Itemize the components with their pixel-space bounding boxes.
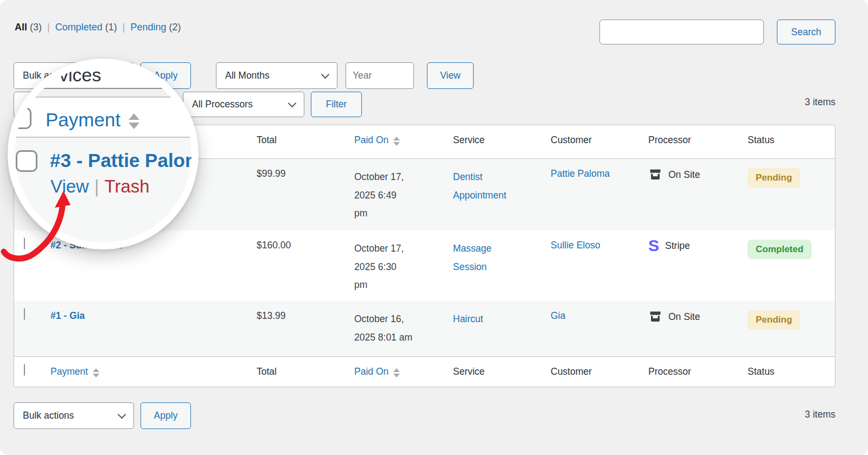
- magnified-trash-action[interactable]: Trash: [105, 176, 150, 196]
- service-line: Session: [453, 258, 538, 277]
- paid-on-line: October 17,: [354, 168, 440, 187]
- view-filter-pending-label[interactable]: Pending: [130, 22, 166, 33]
- service-link[interactable]: Massage Session: [453, 240, 538, 276]
- bulk-actions-select-bottom-label: Bulk actions: [23, 410, 74, 421]
- stripe-icon: S: [648, 240, 659, 252]
- total-cell: $160.00: [250, 230, 348, 301]
- column-footer-paid-on[interactable]: Paid On: [348, 357, 446, 388]
- column-header-customer: Customer: [544, 125, 642, 158]
- status-badge: Completed: [748, 240, 812, 259]
- filter-button[interactable]: Filter: [311, 92, 362, 117]
- column-footer-processor: Processor: [642, 357, 741, 388]
- column-footer-status: Status: [741, 357, 835, 388]
- sort-arrows-icon: [129, 113, 139, 129]
- search-button[interactable]: Search: [777, 20, 835, 44]
- view-filter-pending-count: (2): [169, 22, 181, 33]
- column-header-paid-on[interactable]: Paid On: [348, 125, 446, 158]
- processor-cell: On Site: [648, 310, 735, 323]
- view-filter-all-count: (3): [30, 22, 42, 33]
- service-link[interactable]: Haircut: [453, 310, 538, 329]
- magnified-view-action[interactable]: View: [50, 176, 89, 196]
- service-line: Dentist: [453, 168, 538, 187]
- total-cell: $13.99: [250, 301, 348, 356]
- processors-filter-select[interactable]: All Processors: [183, 92, 304, 117]
- column-header-status: Status: [741, 125, 835, 158]
- column-footer-payment[interactable]: Payment: [44, 357, 250, 388]
- year-filter-input[interactable]: [346, 62, 414, 89]
- search-input[interactable]: [599, 20, 764, 44]
- view-filter-completed-label[interactable]: Completed: [55, 22, 103, 33]
- paid-on-cell: October 17, 2025 6:30 pm: [348, 230, 446, 301]
- months-filter-select-label: All Months: [225, 70, 270, 81]
- processor-cell: S Stripe: [648, 240, 735, 252]
- store-icon: [648, 168, 662, 181]
- customer-link[interactable]: Sullie Eloso: [551, 240, 600, 251]
- column-header-processor: Processor: [642, 125, 741, 158]
- status-view-filters: All (3) | Completed (1) | Pending (2): [15, 22, 181, 33]
- sort-arrows-icon: [393, 137, 400, 146]
- select-all-checkbox[interactable]: [24, 364, 25, 376]
- table-footer-row: Payment Total Paid On Service Customer P…: [14, 356, 835, 388]
- processor-label: On Site: [668, 169, 700, 181]
- apply-button-bottom[interactable]: Apply: [141, 402, 191, 429]
- view-filter-completed[interactable]: Completed (1): [55, 22, 117, 33]
- service-link[interactable]: Dentist Appointment: [453, 168, 538, 204]
- column-footer-customer: Customer: [544, 357, 642, 388]
- select-row-checkbox[interactable]: [24, 238, 25, 249]
- processor-cell: On Site: [648, 168, 735, 181]
- column-footer-total: Total: [250, 357, 348, 388]
- magnified-select-row-checkbox[interactable]: [16, 150, 37, 172]
- processor-label: On Site: [668, 311, 700, 323]
- payment-link[interactable]: #1 - Gia: [50, 310, 85, 321]
- magnified-payment-column-header[interactable]: Payment: [46, 109, 139, 131]
- row-actions-separator: |: [94, 176, 99, 196]
- view-filter-separator: |: [123, 22, 125, 33]
- select-row-checkbox[interactable]: [24, 308, 25, 320]
- view-filter-all[interactable]: All (3): [15, 22, 42, 33]
- paid-on-line: pm: [354, 276, 440, 294]
- view-filter-separator: |: [47, 22, 50, 33]
- view-filter-pending[interactable]: Pending (2): [130, 22, 181, 33]
- processor-label: Stripe: [665, 240, 690, 252]
- store-icon: [648, 310, 662, 323]
- paid-on-cell: October 16, 2025 8:01 am: [348, 301, 446, 356]
- paid-on-line: 2025 6:30: [354, 258, 440, 277]
- paid-on-cell: October 17, 2025 6:49 pm: [348, 159, 446, 230]
- customer-link[interactable]: Pattie Paloma: [551, 168, 610, 179]
- column-footer-service: Service: [446, 357, 544, 388]
- chevron-down-icon: [118, 410, 126, 419]
- service-line: Appointment: [453, 187, 538, 205]
- bulk-actions-select-bottom[interactable]: Bulk actions: [14, 402, 134, 429]
- status-badge: Pending: [748, 168, 800, 188]
- sort-arrows-icon: [393, 368, 400, 377]
- chevron-down-icon: [288, 99, 297, 107]
- service-line: Massage: [453, 240, 538, 258]
- view-filter-all-label: All: [15, 22, 27, 33]
- paid-on-line: 2025 6:49: [354, 187, 440, 205]
- processors-filter-select-label: All Processors: [192, 99, 253, 110]
- table-row: #1 - Gia $13.99 October 16, 2025 8:01 am…: [14, 301, 835, 356]
- column-header-paid-on-label: Paid On: [354, 134, 388, 146]
- magnified-select-fragment-text: vices: [59, 65, 101, 86]
- column-footer-payment-label: Payment: [50, 366, 88, 377]
- payments-admin-page: All (3) | Completed (1) | Pending (2) Se…: [0, 0, 868, 455]
- view-filter-completed-count: (1): [105, 22, 117, 33]
- magnified-payment-link[interactable]: #3 - Pattie Paloma: [50, 150, 199, 171]
- paid-on-line: 2025 8:01 am: [354, 329, 440, 347]
- magnifier-content: vices Payment #3 - Pattie Paloma View|Tr…: [15, 66, 192, 242]
- magnifier-callout: vices Payment #3 - Pattie Paloma View|Tr…: [8, 59, 199, 249]
- items-count-top: 3 items: [805, 97, 835, 108]
- magnified-background-gap: [12, 89, 194, 97]
- chevron-down-icon: [321, 70, 330, 79]
- months-filter-select[interactable]: All Months: [216, 62, 337, 89]
- column-header-service: Service: [446, 125, 544, 158]
- paid-on-line: October 16,: [354, 310, 440, 329]
- total-cell: $99.99: [250, 159, 348, 230]
- magnified-row-actions: View|Trash: [50, 176, 150, 197]
- customer-link[interactable]: Gia: [551, 310, 565, 321]
- magnified-payment-header-label: Payment: [46, 109, 120, 131]
- view-filter-button[interactable]: View: [427, 62, 474, 89]
- magnified-select-all-checkbox[interactable]: [10, 107, 31, 129]
- sort-arrows-icon: [93, 368, 99, 377]
- paid-on-line: October 17,: [354, 240, 440, 258]
